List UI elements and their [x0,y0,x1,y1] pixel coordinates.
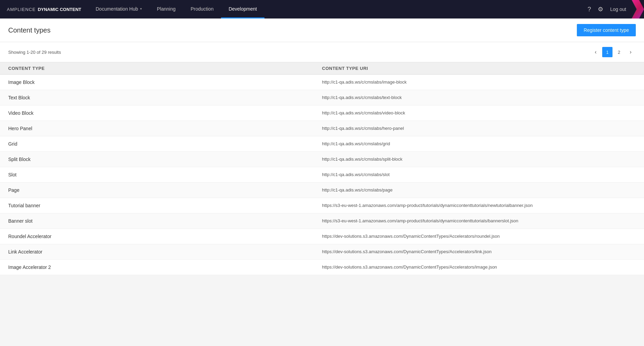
table-header: Content type Content type URI [0,62,644,75]
table-row[interactable]: Video Blockhttp://c1-qa.adis.ws/c/cmslab… [0,106,644,121]
content-type-name: Video Block [8,110,322,116]
content-type-name: Image Accelerator 2 [8,264,322,270]
content-type-uri: http://c1-qa.adis.ws/c/cmslabs/page [322,187,636,193]
page-header: Content types Register content type [0,18,644,42]
table-row[interactable]: Image Blockhttp://c1-qa.adis.ws/c/cmslab… [0,75,644,90]
content-type-name: Text Block [8,95,322,100]
navbar: AMPLIENCE DYNAMIC CONTENT Documentation … [0,0,644,18]
content-type-name: Roundel Accelerator [8,234,322,239]
nav-item-production[interactable]: Production [183,0,221,18]
page-title: Content types [8,26,50,34]
pagination-prev-button[interactable]: ‹ [591,47,601,57]
content-type-name: Split Block [8,157,322,162]
content-type-name: Tutorial banner [8,203,322,208]
settings-button[interactable]: ⚙ [598,5,603,13]
pagination-page-2[interactable]: 2 [614,47,624,57]
table-row[interactable]: Banner slothttps://s3-eu-west-1.amazonaw… [0,213,644,229]
pagination-page-1[interactable]: 1 [602,47,612,57]
content-type-name: Hero Panel [8,126,322,131]
table-row[interactable]: Hero Panelhttp://c1-qa.adis.ws/c/cmslabs… [0,121,644,136]
pagination-row: Showing 1-20 of 29 results ‹ 1 2 › [0,42,644,62]
content-type-uri: http://c1-qa.adis.ws/c/cmslabs/split-blo… [322,157,636,162]
pagination: ‹ 1 2 › [591,47,636,57]
chevron-down-icon: ▾ [140,7,142,11]
table-body: Image Blockhttp://c1-qa.adis.ws/c/cmslab… [0,75,644,275]
showing-text: Showing 1-20 of 29 results [8,50,61,55]
table-row[interactable]: Slothttp://c1-qa.adis.ws/c/cmslabs/slot [0,167,644,183]
content-area: Showing 1-20 of 29 results ‹ 1 2 › Conte… [0,42,644,275]
content-type-uri: http://c1-qa.adis.ws/c/cmslabs/image-blo… [322,79,636,85]
pagination-next-button[interactable]: › [626,47,636,57]
content-type-name: Link Accelerator [8,249,322,255]
column-header-content-type: Content type [8,66,322,71]
content-type-name: Banner slot [8,218,322,224]
content-type-name: Page [8,187,322,193]
content-type-name: Grid [8,141,322,147]
help-icon: ? [587,6,591,13]
column-header-uri: Content type URI [322,66,636,71]
content-type-name: Image Block [8,79,322,85]
table-row[interactable]: Split Blockhttp://c1-qa.adis.ws/c/cmslab… [0,152,644,167]
table-row[interactable]: Gridhttp://c1-qa.adis.ws/c/cmslabs/grid [0,136,644,152]
content-type-uri: http://c1-qa.adis.ws/c/cmslabs/video-blo… [322,110,636,116]
content-type-uri: https://dev-solutions.s3.amazonaws.com/D… [322,264,636,270]
register-content-type-button[interactable]: Register content type [577,24,636,36]
content-type-uri: http://c1-qa.adis.ws/c/cmslabs/grid [322,141,636,147]
table-row[interactable]: Tutorial bannerhttps://s3-eu-west-1.amaz… [0,198,644,213]
nav-item-development[interactable]: Development [221,0,264,18]
logout-button[interactable]: Log out [610,7,626,12]
content-type-uri: https://dev-solutions.s3.amazonaws.com/D… [322,249,636,255]
amplience-arrow-decoration [632,0,644,18]
brand: AMPLIENCE DYNAMIC CONTENT [0,0,88,18]
content-type-uri: http://c1-qa.adis.ws/c/cmslabs/text-bloc… [322,95,636,100]
brand-amplience: AMPLIENCE [7,7,36,12]
gear-icon: ⚙ [598,5,603,13]
nav-item-documentation-hub[interactable]: Documentation Hub ▾ [88,0,149,18]
content-type-uri: https://s3-eu-west-1.amazonaws.com/amp-p… [322,218,636,224]
table-row[interactable]: Image Accelerator 2https://dev-solutions… [0,260,644,275]
content-type-uri: http://c1-qa.adis.ws/c/cmslabs/slot [322,172,636,177]
content-type-name: Slot [8,172,322,177]
help-button[interactable]: ? [587,6,591,13]
content-type-uri: https://dev-solutions.s3.amazonaws.com/D… [322,234,636,239]
table-row[interactable]: Text Blockhttp://c1-qa.adis.ws/c/cmslabs… [0,90,644,106]
content-type-uri: http://c1-qa.adis.ws/c/cmslabs/hero-pane… [322,126,636,131]
table-row[interactable]: Link Acceleratorhttps://dev-solutions.s3… [0,244,644,260]
table-row[interactable]: Roundel Acceleratorhttps://dev-solutions… [0,229,644,244]
table-row[interactable]: Pagehttp://c1-qa.adis.ws/c/cmslabs/page [0,183,644,198]
nav-items: Documentation Hub ▾ Planning Production … [88,0,582,18]
brand-dynamic: DYNAMIC CONTENT [38,7,81,12]
content-type-uri: https://s3-eu-west-1.amazonaws.com/amp-p… [322,203,636,208]
nav-right: ? ⚙ Log out [582,0,632,18]
nav-item-planning[interactable]: Planning [149,0,183,18]
